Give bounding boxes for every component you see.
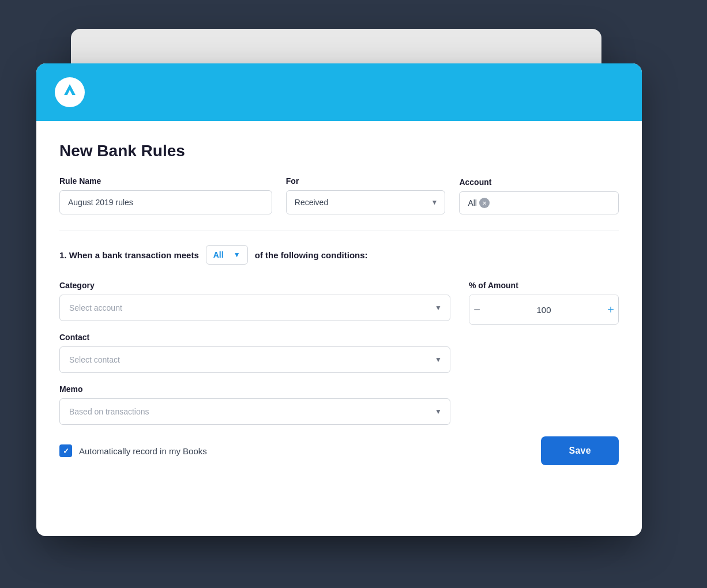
auto-record-checkbox[interactable]: ✓ — [59, 444, 72, 457]
contact-dropdown-wrapper: Select contact ▼ — [59, 346, 450, 373]
category-group: Category Select account ▼ — [59, 281, 450, 321]
condition-prefix: 1. When a bank transaction meets — [59, 250, 199, 260]
page-title: New Bank Rules — [59, 142, 619, 160]
for-select[interactable]: Received Sent — [287, 191, 445, 214]
condition-select[interactable]: All Any — [206, 246, 247, 264]
condition-row: 1. When a bank transaction meets All Any… — [59, 245, 619, 265]
amount-label: % of Amount — [469, 281, 619, 290]
contact-label: Contact — [59, 333, 450, 342]
logo-icon — [62, 82, 78, 103]
memo-label: Memo — [59, 385, 450, 394]
plus-icon: + — [607, 303, 614, 316]
account-tag-close[interactable]: ✕ — [479, 198, 490, 208]
checkbox-row: ✓ Automatically record in my Books — [59, 444, 207, 457]
bottom-area: ✓ Automatically record in my Books Save — [59, 436, 619, 465]
fields-area: Category Select account ▼ Contact — [59, 281, 619, 425]
fields-left: Category Select account ▼ Contact — [59, 281, 450, 425]
account-tag-text: All — [468, 198, 477, 208]
for-group: For Received Sent ▼ — [286, 176, 446, 214]
contact-select[interactable]: Select contact — [60, 347, 450, 372]
auto-record-label: Automatically record in my Books — [79, 446, 207, 456]
memo-group: Memo Based on transactions ▼ — [59, 385, 450, 425]
amount-value-input[interactable] — [484, 305, 603, 315]
form-body: New Bank Rules Rule Name For Received Se… — [36, 121, 642, 486]
account-group: Account All ✕ — [459, 178, 619, 214]
amount-increase-button[interactable]: + — [603, 295, 618, 324]
save-button[interactable]: Save — [541, 436, 619, 465]
amount-group: % of Amount − + — [469, 281, 619, 325]
app-header — [36, 63, 642, 121]
checkmark-icon: ✓ — [63, 447, 69, 455]
for-label: For — [286, 176, 446, 186]
account-input-wrapper[interactable]: All ✕ — [459, 191, 619, 214]
main-card: New Bank Rules Rule Name For Received Se… — [36, 63, 642, 536]
close-icon: ✕ — [482, 200, 487, 206]
amount-stepper: − + — [469, 295, 619, 325]
condition-select-wrapper: All Any ▼ — [206, 245, 248, 265]
fields-right: % of Amount − + — [469, 281, 619, 425]
category-dropdown-wrapper: Select account ▼ — [59, 295, 450, 321]
condition-suffix: of the following conditions: — [255, 250, 368, 260]
account-label: Account — [459, 178, 619, 187]
for-select-wrapper: Received Sent ▼ — [286, 190, 446, 214]
minus-icon: − — [473, 303, 480, 316]
account-tag: All ✕ — [468, 198, 490, 208]
category-select[interactable]: Select account — [60, 295, 450, 321]
top-form-row: Rule Name For Received Sent ▼ Account — [59, 176, 619, 214]
rule-name-label: Rule Name — [59, 176, 272, 186]
memo-select[interactable]: Based on transactions — [60, 399, 450, 424]
logo — [55, 77, 85, 107]
category-label: Category — [59, 281, 450, 290]
divider — [59, 231, 619, 231]
amount-decrease-button[interactable]: − — [469, 295, 484, 324]
memo-dropdown-wrapper: Based on transactions ▼ — [59, 398, 450, 425]
rule-name-input[interactable] — [59, 190, 272, 214]
contact-group: Contact Select contact ▼ — [59, 333, 450, 373]
rule-name-group: Rule Name — [59, 176, 272, 214]
